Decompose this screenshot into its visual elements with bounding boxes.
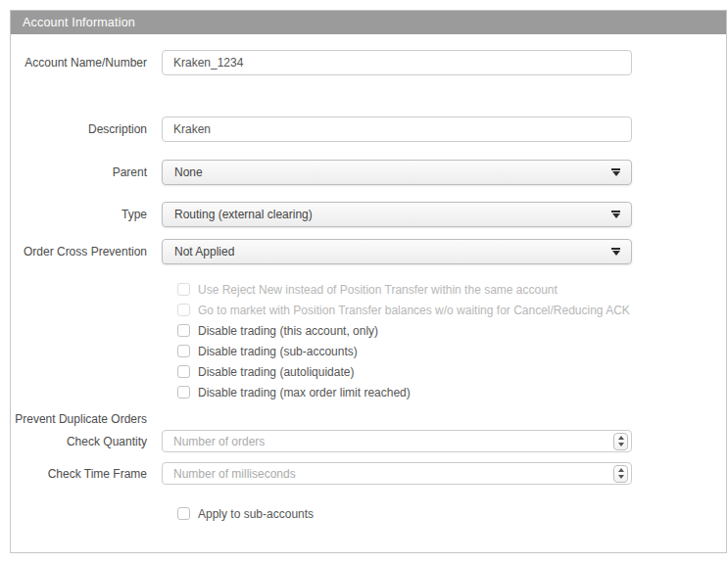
disable-trading-autoliquidate-row: Disable trading (autoliquidate)	[177, 364, 726, 379]
prevent-duplicate-orders-row: Prevent Duplicate Orders	[11, 412, 726, 426]
parent-row: Parent None	[11, 160, 726, 185]
stepper-up-icon	[618, 436, 624, 440]
stepper-up-icon	[618, 468, 624, 472]
disable-trading-max-order-limit-label: Disable trading (max order limit reached…	[198, 386, 411, 400]
check-time-frame-row: Check Time Frame	[11, 462, 726, 485]
apply-to-sub-accounts-checkbox[interactable]	[177, 507, 190, 520]
check-quantity-field	[162, 430, 632, 452]
disable-trading-sub-accounts-row: Disable trading (sub-accounts)	[177, 344, 726, 358]
prevent-duplicate-orders-label: Prevent Duplicate Orders	[11, 412, 162, 426]
type-row: Type Routing (external clearing)	[11, 202, 726, 227]
stepper-down-icon	[618, 475, 624, 479]
chevron-down-icon	[611, 211, 620, 218]
order-cross-prevention-row: Order Cross Prevention Not Applied	[11, 239, 726, 264]
account-name-row: Account Name/Number	[11, 50, 726, 75]
disable-trading-max-order-limit-checkbox[interactable]	[177, 386, 190, 399]
disable-trading-autoliquidate-checkbox[interactable]	[177, 365, 190, 378]
order-cross-prevention-select-value: Not Applied	[174, 245, 234, 258]
apply-to-sub-accounts-label: Apply to sub-accounts	[198, 507, 314, 521]
stepper-down-icon	[618, 443, 624, 446]
disable-trading-autoliquidate-label: Disable trading (autoliquidate)	[198, 365, 354, 379]
check-time-frame-label: Check Time Frame	[11, 467, 162, 481]
go-to-market-checkbox[interactable]	[177, 304, 190, 316]
parent-select-value: None	[174, 165, 203, 179]
apply-to-sub-accounts-row: Apply to sub-accounts	[177, 506, 726, 521]
panel-title: Account Information	[11, 11, 726, 34]
parent-label: Parent	[11, 165, 162, 179]
order-cross-prevention-select[interactable]: Not Applied	[162, 239, 632, 264]
check-quantity-stepper[interactable]	[613, 433, 628, 450]
use-reject-new-row: Use Reject New instead of Position Trans…	[177, 282, 726, 297]
use-reject-new-label: Use Reject New instead of Position Trans…	[198, 283, 558, 297]
disable-trading-this-account-row: Disable trading (this account, only)	[177, 323, 726, 338]
go-to-market-label: Go to market with Position Transfer bala…	[198, 304, 630, 317]
disable-trading-max-order-limit-row: Disable trading (max order limit reached…	[177, 385, 726, 400]
chevron-down-icon	[611, 248, 620, 256]
chevron-down-icon	[611, 168, 620, 176]
type-label: Type	[11, 208, 162, 221]
use-reject-new-checkbox[interactable]	[177, 283, 190, 296]
parent-select[interactable]: None	[162, 160, 632, 185]
check-quantity-label: Check Quantity	[11, 435, 162, 448]
disable-trading-sub-accounts-label: Disable trading (sub-accounts)	[198, 345, 358, 358]
go-to-market-row: Go to market with Position Transfer bala…	[177, 303, 726, 317]
description-row: Description	[11, 117, 726, 142]
account-information-panel: Account Information Account Name/Number …	[10, 10, 727, 553]
check-time-frame-stepper[interactable]	[613, 465, 628, 483]
disable-trading-sub-accounts-checkbox[interactable]	[177, 345, 190, 357]
disable-trading-this-account-label: Disable trading (this account, only)	[198, 324, 378, 338]
check-time-frame-field	[162, 462, 632, 485]
type-select[interactable]: Routing (external clearing)	[162, 202, 632, 227]
type-select-value: Routing (external clearing)	[174, 208, 313, 221]
description-input[interactable]	[162, 117, 632, 142]
description-label: Description	[11, 122, 162, 136]
check-time-frame-input[interactable]	[162, 462, 632, 485]
account-name-label: Account Name/Number	[11, 56, 162, 70]
disable-trading-this-account-checkbox[interactable]	[177, 324, 190, 337]
order-cross-prevention-label: Order Cross Prevention	[11, 245, 162, 258]
check-quantity-input[interactable]	[162, 430, 632, 452]
account-name-input[interactable]	[162, 50, 632, 75]
check-quantity-row: Check Quantity	[11, 430, 726, 452]
